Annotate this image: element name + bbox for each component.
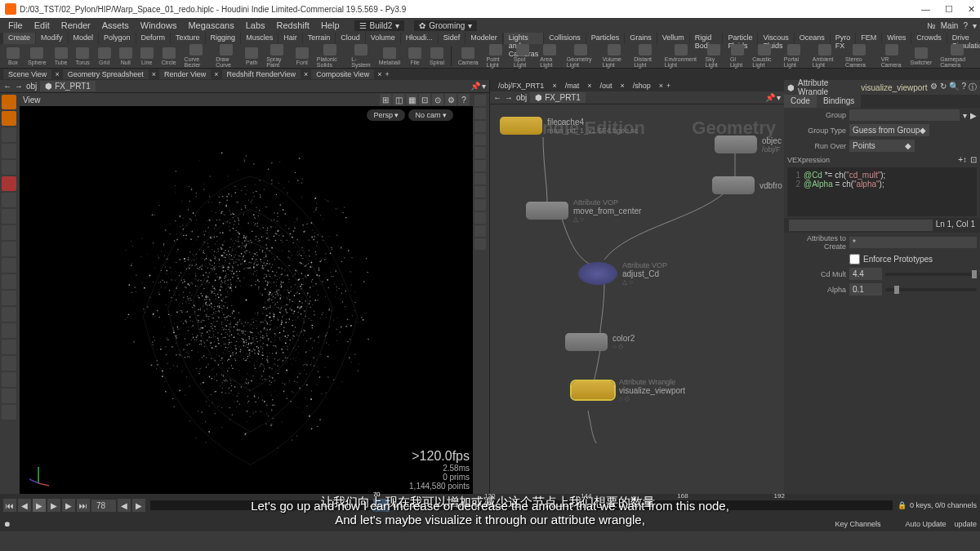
shelf-tab[interactable]: Grains — [625, 33, 657, 44]
shelf-tab[interactable]: FEM — [856, 33, 881, 44]
step-fwd-button[interactable]: ▶ — [132, 499, 145, 512]
tool-icon[interactable] — [2, 405, 16, 420]
node-adjustcd[interactable]: Attribute VOPadjust_Cd△ ○ — [578, 261, 667, 286]
tool-line[interactable]: Line — [137, 47, 157, 66]
pane-tab-renderview[interactable]: Render View — [159, 69, 211, 79]
menu-assets[interactable]: Assets — [97, 19, 134, 32]
tool-circle[interactable]: Circle — [158, 47, 180, 66]
shelf-tab[interactable]: Volume — [366, 33, 400, 44]
prev-frame-button[interactable]: ◀ — [18, 499, 31, 512]
path-node[interactable]: ⬢ FX_PRT1 — [40, 81, 96, 91]
nav-back-icon[interactable]: ← — [493, 93, 501, 102]
tool-file[interactable]: File — [405, 47, 425, 66]
tool-icon[interactable] — [2, 274, 16, 289]
nav-fwd-icon[interactable]: → — [15, 82, 23, 91]
tool-icon[interactable] — [2, 307, 16, 322]
shelf-tab[interactable]: Modify — [36, 33, 68, 44]
tool-spray[interactable]: Spray Paint — [263, 43, 291, 69]
select-tool[interactable] — [2, 95, 16, 109]
vp-icon[interactable]: ◫ — [393, 94, 404, 105]
shelf-tab[interactable]: Texture — [171, 33, 205, 44]
tab-bindings[interactable]: Bindings — [817, 95, 861, 108]
tool-distantlight[interactable]: Distant Light — [630, 43, 660, 69]
minimize-button[interactable]: — — [921, 4, 930, 15]
nav-fwd-icon[interactable]: → — [505, 93, 513, 102]
shelf-tab[interactable]: Hłoudi... — [401, 33, 438, 44]
viewport-3d[interactable]: Persp ▾ No cam ▾ >120.0fps 2.58ms 0 prim… — [20, 106, 473, 494]
network-view[interactable]: indie Edition Geometry filecache4main_pr… — [490, 104, 784, 494]
pane-tab-geosheet[interactable]: Geometry Spreadsheet — [63, 69, 149, 79]
path-obj[interactable]: obj — [516, 93, 527, 102]
shelf-tab[interactable]: Deform — [136, 33, 171, 44]
first-frame-button[interactable]: ⏮ — [3, 499, 16, 512]
node-vdbfrom[interactable]: vdbfro — [712, 176, 782, 194]
tool-icon[interactable] — [2, 372, 16, 387]
ctx-obj[interactable]: /obj/FX_PRT1 — [493, 81, 549, 91]
tool-curve-bezier[interactable]: Curve Bezier — [181, 43, 212, 69]
shelf-tab[interactable]: Oceans — [795, 33, 830, 44]
grouptype-dropdown[interactable]: Guess from Group◆ — [849, 124, 929, 136]
desktop-build[interactable]: ☰ Build2 ▾ — [354, 20, 405, 31]
step-back-button[interactable]: ◀ — [118, 499, 131, 512]
header-main[interactable]: Main — [941, 21, 959, 30]
vex-code-editor[interactable]: 1@Cd *= ch("cd_mult"); 2@Alpha = ch("alp… — [787, 167, 977, 216]
shelf-tab[interactable]: Collisions — [544, 33, 586, 44]
auto-update[interactable]: Auto Update — [905, 520, 946, 528]
node-visualize-viewport[interactable]: Attribute Wranglevisualize_viewport○ ◇ — [572, 378, 685, 402]
tool-grid[interactable]: Grid — [95, 47, 114, 66]
timeline-cursor[interactable]: 70 — [373, 499, 390, 512]
menu-help[interactable]: Help — [316, 19, 345, 32]
tool-icon[interactable] — [2, 209, 16, 224]
tool-icon[interactable] — [2, 323, 16, 338]
pin-icon[interactable]: 📌 — [470, 82, 480, 91]
close-button[interactable]: ✕ — [968, 4, 975, 15]
path-obj[interactable]: obj — [26, 82, 37, 91]
tool-icon[interactable] — [2, 291, 16, 305]
desktop-groom[interactable]: ✿ Grooming ▾ — [414, 20, 477, 31]
tool-arealight[interactable]: Area Light — [537, 43, 562, 69]
tool-icon[interactable] — [2, 144, 16, 158]
menu-icon[interactable]: ▾ — [973, 21, 977, 30]
pane-tab-composite[interactable]: Composite View — [311, 69, 374, 79]
menu-file[interactable]: File — [3, 19, 28, 32]
menu-redshift[interactable]: Redshift — [272, 19, 314, 32]
menu-edit[interactable]: Edit — [29, 19, 55, 32]
info-icon[interactable]: ⓘ — [969, 82, 977, 93]
vp-tool[interactable] — [474, 147, 486, 158]
camera-button[interactable]: No cam ▾ — [408, 109, 453, 121]
menu-render[interactable]: Render — [56, 19, 96, 32]
shelf-tab[interactable]: Polygon — [99, 33, 136, 44]
menu-windows[interactable]: Windows — [136, 19, 182, 32]
record-icon[interactable]: ⏺ — [3, 520, 11, 528]
shelf-tab[interactable]: Create — [3, 33, 35, 44]
shelf-tab[interactable]: Muscles — [241, 33, 278, 44]
tool-vrcam[interactable]: VR Camera — [878, 43, 906, 69]
tool-pointlight[interactable]: Point Light — [483, 43, 509, 69]
expand-icon[interactable]: ⊡ — [970, 155, 977, 164]
code-search[interactable] — [789, 220, 933, 231]
pin-icon[interactable]: 📌 — [765, 93, 775, 102]
close-tab-icon[interactable]: × — [377, 70, 381, 78]
gear-icon[interactable]: ⚙ — [930, 82, 938, 93]
path-menu-icon[interactable]: ▾ — [777, 93, 781, 102]
tool-ambient[interactable]: Ambient Light — [809, 43, 840, 69]
shelf-tab[interactable]: Particle Fluids — [723, 33, 757, 44]
tool-box[interactable]: Box — [3, 47, 23, 66]
cdmult-field[interactable]: 4.4 — [849, 268, 882, 280]
tool-draw-curve[interactable]: Draw Curve — [212, 43, 240, 69]
tool-gilight[interactable]: GI Light — [727, 43, 747, 69]
vp-icon[interactable]: ⊡ — [419, 94, 430, 105]
node-objectmerge[interactable]: objec/obj/F — [715, 136, 782, 153]
enforce-checkbox[interactable] — [849, 254, 860, 264]
menu-labs[interactable]: Labs — [241, 19, 270, 32]
alpha-field[interactable]: 0.1 — [849, 283, 882, 295]
view-label[interactable]: View — [23, 96, 41, 104]
path-node[interactable]: ⬢ FX_PRT1 — [530, 92, 586, 103]
reload-icon[interactable]: ↻ — [940, 82, 947, 93]
tool-tube[interactable]: Tube — [51, 47, 71, 66]
close-tab-icon[interactable]: × — [214, 70, 218, 78]
vp-tool[interactable] — [474, 121, 486, 132]
lock-icon[interactable]: 🔒 — [898, 501, 906, 509]
tool-torus[interactable]: Torus — [73, 47, 93, 66]
select-icon[interactable]: ▶ — [970, 111, 977, 120]
